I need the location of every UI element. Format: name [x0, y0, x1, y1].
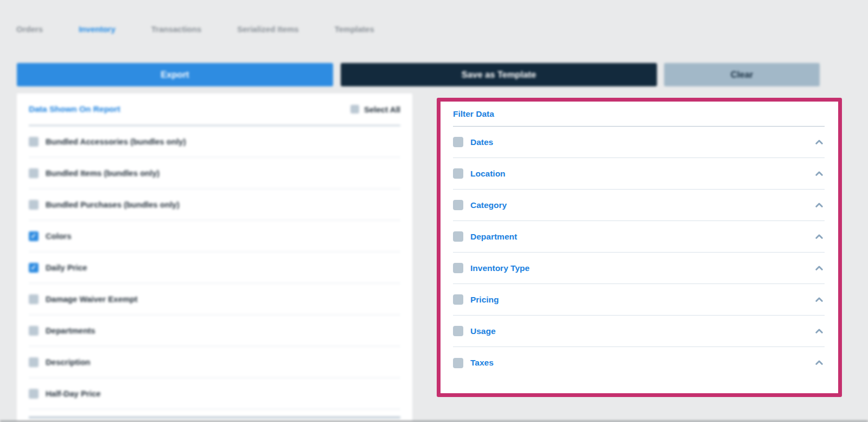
data-shown-on-report-panel: Data Shown On Report Select All Bundled … — [17, 93, 412, 422]
filter-section-checkbox[interactable] — [453, 294, 463, 305]
report-item-row[interactable]: Bundled Purchases (bundles only) — [29, 189, 400, 221]
report-item-row[interactable]: Colors — [29, 221, 400, 252]
report-item-label: Damage Waiver Exempt — [46, 294, 138, 304]
report-item-checkbox[interactable] — [29, 263, 39, 273]
filter-section-label: Dates — [470, 137, 493, 147]
chevron-up-icon[interactable] — [814, 168, 825, 179]
report-item-row[interactable]: Daily Price — [29, 252, 400, 284]
tab-label: Templates — [335, 24, 374, 34]
filter-panel-title: Filter Data — [453, 109, 494, 119]
chevron-up-icon[interactable] — [814, 231, 825, 242]
report-panel-title: Data Shown On Report — [29, 104, 120, 114]
filter-section-label: Department — [470, 232, 517, 242]
chevron-up-icon[interactable] — [814, 357, 825, 368]
report-item-label: Bundled Purchases (bundles only) — [46, 200, 180, 209]
filter-section-label: Taxes — [470, 358, 494, 368]
select-all-checkbox[interactable] — [350, 105, 359, 114]
filter-section-row[interactable]: Location — [453, 158, 825, 190]
filter-section-row[interactable]: Usage — [453, 316, 825, 347]
filter-section-row[interactable]: Category — [453, 190, 825, 221]
report-builder-page: { "tabs": [ { "label": "Orders", "active… — [0, 0, 868, 422]
report-item-row[interactable]: Description — [29, 347, 400, 378]
tab[interactable]: Templates — [335, 24, 374, 34]
clear-button[interactable]: Clear — [664, 63, 820, 86]
tab[interactable]: Orders — [16, 24, 43, 34]
report-item-checkbox[interactable] — [29, 357, 39, 367]
chevron-up-icon[interactable] — [814, 326, 825, 337]
report-item-row[interactable]: Damage Waiver Exempt — [29, 284, 400, 315]
report-item-checkbox[interactable] — [29, 168, 39, 178]
report-item-label: Colors — [46, 231, 72, 241]
filter-section-row[interactable]: Dates — [453, 127, 825, 158]
filter-section-checkbox[interactable] — [453, 263, 463, 273]
report-item-row[interactable]: Departments — [29, 315, 400, 347]
report-item-label: Daily Price — [46, 263, 87, 272]
report-item-row[interactable]: Bundled Accessories (bundles only) — [29, 126, 400, 158]
chevron-up-icon[interactable] — [814, 263, 825, 274]
report-item-list: Bundled Accessories (bundles only) Bundl… — [29, 126, 400, 410]
filter-panel-header: Filter Data — [453, 102, 825, 127]
filter-section-label: Location — [470, 169, 506, 179]
filter-section-row[interactable]: Department — [453, 221, 825, 253]
filter-section-label: Usage — [470, 326, 496, 336]
filter-section-checkbox[interactable] — [453, 358, 463, 368]
report-item-label: Bundled Accessories (bundles only) — [46, 137, 186, 146]
filter-section-row[interactable]: Taxes — [453, 347, 825, 379]
report-panel-header: Data Shown On Report Select All — [29, 93, 400, 126]
report-item-checkbox[interactable] — [29, 326, 39, 336]
report-item-label: Departments — [46, 326, 95, 335]
tab-bar: Orders Inventory Transactions Serialized… — [16, 24, 374, 34]
filter-section-label: Category — [470, 200, 507, 210]
report-item-checkbox[interactable] — [29, 389, 39, 399]
tab[interactable]: Transactions — [151, 24, 202, 34]
tab-label: Serialized Items — [237, 24, 298, 34]
tab-label: Orders — [16, 24, 43, 34]
tab[interactable]: Inventory — [79, 24, 116, 34]
report-item-checkbox[interactable] — [29, 137, 39, 147]
chevron-up-icon[interactable] — [814, 200, 825, 211]
select-all-control[interactable]: Select All — [350, 105, 400, 114]
filter-section-checkbox[interactable] — [453, 231, 463, 242]
filter-section-row[interactable]: Inventory Type — [453, 253, 825, 284]
chevron-up-icon[interactable] — [814, 294, 825, 305]
report-item-label: Half-Day Price — [46, 389, 101, 398]
filter-section-checkbox[interactable] — [453, 137, 463, 147]
filter-section-row[interactable]: Pricing — [453, 284, 825, 316]
spacer — [29, 410, 400, 417]
select-all-label: Select All — [364, 105, 400, 114]
filter-section-checkbox[interactable] — [453, 168, 463, 179]
report-item-checkbox[interactable] — [29, 200, 39, 210]
tab-label: Inventory — [79, 24, 116, 34]
report-item-checkbox[interactable] — [29, 231, 39, 241]
filter-section-checkbox[interactable] — [453, 326, 463, 336]
save-as-template-button[interactable]: Save as Template — [341, 63, 657, 86]
report-panel-bottom-divider — [29, 417, 400, 418]
filter-section-label: Inventory Type — [470, 263, 529, 273]
filter-section-list: Dates Location Category Department — [453, 127, 825, 379]
tab[interactable]: Serialized Items — [237, 24, 298, 34]
filter-section-label: Pricing — [470, 295, 499, 305]
report-item-row[interactable]: Bundled Items (bundles only) — [29, 158, 400, 189]
report-item-checkbox[interactable] — [29, 294, 39, 304]
report-item-label: Bundled Items (bundles only) — [46, 168, 159, 178]
report-item-row[interactable]: Half-Day Price — [29, 378, 400, 410]
filter-section-checkbox[interactable] — [453, 200, 463, 210]
report-item-label: Description — [46, 357, 91, 367]
filter-data-panel: Filter Data Dates Location Category Depa… — [437, 98, 842, 397]
export-button[interactable]: Export — [17, 63, 333, 86]
tab-label: Transactions — [151, 24, 202, 34]
chevron-up-icon[interactable] — [814, 137, 825, 148]
